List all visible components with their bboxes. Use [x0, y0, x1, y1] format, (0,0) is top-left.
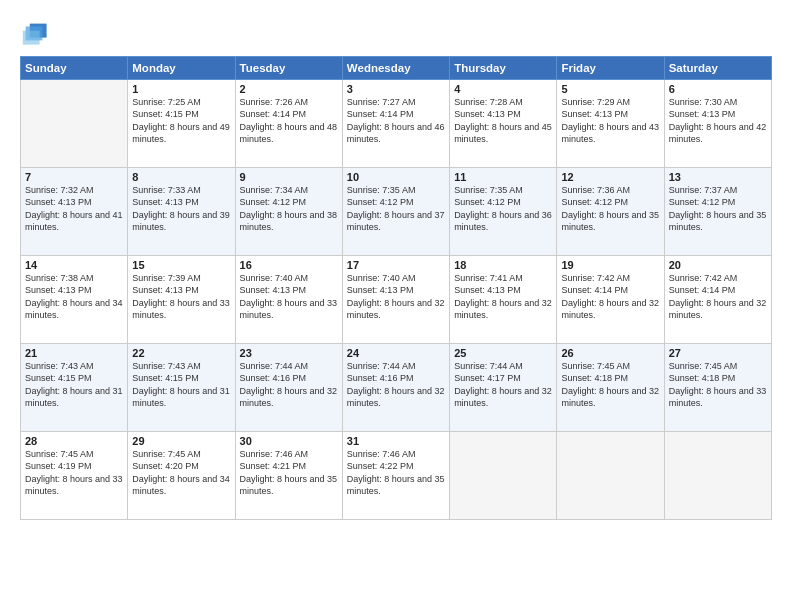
daylight-label: Daylight: 8 hours and 45 minutes. — [454, 122, 552, 144]
table-row: 9Sunrise: 7:34 AMSunset: 4:12 PMDaylight… — [235, 168, 342, 256]
table-row: 15Sunrise: 7:39 AMSunset: 4:13 PMDayligh… — [128, 256, 235, 344]
day-number: 28 — [25, 435, 123, 447]
day-number: 7 — [25, 171, 123, 183]
day-number: 19 — [561, 259, 659, 271]
sunset-label: Sunset: 4:18 PM — [561, 373, 628, 383]
sunrise-label: Sunrise: 7:42 AM — [669, 273, 738, 283]
day-number: 8 — [132, 171, 230, 183]
daylight-label: Daylight: 8 hours and 35 minutes. — [240, 474, 338, 496]
sunset-label: Sunset: 4:13 PM — [347, 285, 414, 295]
day-info: Sunrise: 7:46 AMSunset: 4:21 PMDaylight:… — [240, 448, 338, 498]
daylight-label: Daylight: 8 hours and 32 minutes. — [669, 298, 767, 320]
day-number: 26 — [561, 347, 659, 359]
sunrise-label: Sunrise: 7:32 AM — [25, 185, 94, 195]
page: Sunday Monday Tuesday Wednesday Thursday… — [0, 0, 792, 612]
sunset-label: Sunset: 4:15 PM — [132, 109, 199, 119]
day-info: Sunrise: 7:35 AMSunset: 4:12 PMDaylight:… — [347, 184, 445, 234]
day-info: Sunrise: 7:38 AMSunset: 4:13 PMDaylight:… — [25, 272, 123, 322]
day-info: Sunrise: 7:34 AMSunset: 4:12 PMDaylight:… — [240, 184, 338, 234]
table-row: 30Sunrise: 7:46 AMSunset: 4:21 PMDayligh… — [235, 432, 342, 520]
sunrise-label: Sunrise: 7:27 AM — [347, 97, 416, 107]
day-number: 2 — [240, 83, 338, 95]
sunset-label: Sunset: 4:13 PM — [25, 285, 92, 295]
daylight-label: Daylight: 8 hours and 35 minutes. — [669, 210, 767, 232]
day-number: 16 — [240, 259, 338, 271]
sunset-label: Sunset: 4:13 PM — [561, 109, 628, 119]
daylight-label: Daylight: 8 hours and 33 minutes. — [132, 298, 230, 320]
sunrise-label: Sunrise: 7:25 AM — [132, 97, 201, 107]
sunrise-label: Sunrise: 7:29 AM — [561, 97, 630, 107]
sunrise-label: Sunrise: 7:45 AM — [25, 449, 94, 459]
day-info: Sunrise: 7:27 AMSunset: 4:14 PMDaylight:… — [347, 96, 445, 146]
day-info: Sunrise: 7:43 AMSunset: 4:15 PMDaylight:… — [132, 360, 230, 410]
day-info: Sunrise: 7:36 AMSunset: 4:12 PMDaylight:… — [561, 184, 659, 234]
day-number: 23 — [240, 347, 338, 359]
daylight-label: Daylight: 8 hours and 43 minutes. — [561, 122, 659, 144]
col-friday: Friday — [557, 57, 664, 80]
table-row: 16Sunrise: 7:40 AMSunset: 4:13 PMDayligh… — [235, 256, 342, 344]
day-info: Sunrise: 7:40 AMSunset: 4:13 PMDaylight:… — [240, 272, 338, 322]
table-row — [21, 80, 128, 168]
table-row: 10Sunrise: 7:35 AMSunset: 4:12 PMDayligh… — [342, 168, 449, 256]
sunrise-label: Sunrise: 7:40 AM — [347, 273, 416, 283]
sunset-label: Sunset: 4:12 PM — [347, 197, 414, 207]
sunrise-label: Sunrise: 7:30 AM — [669, 97, 738, 107]
daylight-label: Daylight: 8 hours and 48 minutes. — [240, 122, 338, 144]
table-row: 7Sunrise: 7:32 AMSunset: 4:13 PMDaylight… — [21, 168, 128, 256]
day-info: Sunrise: 7:43 AMSunset: 4:15 PMDaylight:… — [25, 360, 123, 410]
daylight-label: Daylight: 8 hours and 42 minutes. — [669, 122, 767, 144]
daylight-label: Daylight: 8 hours and 39 minutes. — [132, 210, 230, 232]
table-row: 11Sunrise: 7:35 AMSunset: 4:12 PMDayligh… — [450, 168, 557, 256]
table-row: 31Sunrise: 7:46 AMSunset: 4:22 PMDayligh… — [342, 432, 449, 520]
day-number: 17 — [347, 259, 445, 271]
table-row — [557, 432, 664, 520]
logo-icon — [20, 18, 48, 46]
sunset-label: Sunset: 4:16 PM — [347, 373, 414, 383]
table-row: 20Sunrise: 7:42 AMSunset: 4:14 PMDayligh… — [664, 256, 771, 344]
day-number: 31 — [347, 435, 445, 447]
day-number: 10 — [347, 171, 445, 183]
sunrise-label: Sunrise: 7:40 AM — [240, 273, 309, 283]
day-info: Sunrise: 7:45 AMSunset: 4:18 PMDaylight:… — [561, 360, 659, 410]
sunset-label: Sunset: 4:13 PM — [25, 197, 92, 207]
sunrise-label: Sunrise: 7:44 AM — [454, 361, 523, 371]
table-row: 25Sunrise: 7:44 AMSunset: 4:17 PMDayligh… — [450, 344, 557, 432]
sunset-label: Sunset: 4:13 PM — [669, 109, 736, 119]
table-row: 24Sunrise: 7:44 AMSunset: 4:16 PMDayligh… — [342, 344, 449, 432]
day-number: 11 — [454, 171, 552, 183]
day-number: 9 — [240, 171, 338, 183]
day-number: 12 — [561, 171, 659, 183]
calendar-week-row: 14Sunrise: 7:38 AMSunset: 4:13 PMDayligh… — [21, 256, 772, 344]
day-number: 13 — [669, 171, 767, 183]
table-row: 28Sunrise: 7:45 AMSunset: 4:19 PMDayligh… — [21, 432, 128, 520]
day-info: Sunrise: 7:45 AMSunset: 4:18 PMDaylight:… — [669, 360, 767, 410]
daylight-label: Daylight: 8 hours and 32 minutes. — [347, 386, 445, 408]
table-row: 1Sunrise: 7:25 AMSunset: 4:15 PMDaylight… — [128, 80, 235, 168]
day-number: 27 — [669, 347, 767, 359]
sunset-label: Sunset: 4:12 PM — [669, 197, 736, 207]
day-number: 3 — [347, 83, 445, 95]
day-info: Sunrise: 7:28 AMSunset: 4:13 PMDaylight:… — [454, 96, 552, 146]
day-info: Sunrise: 7:26 AMSunset: 4:14 PMDaylight:… — [240, 96, 338, 146]
day-number: 20 — [669, 259, 767, 271]
table-row: 22Sunrise: 7:43 AMSunset: 4:15 PMDayligh… — [128, 344, 235, 432]
table-row: 8Sunrise: 7:33 AMSunset: 4:13 PMDaylight… — [128, 168, 235, 256]
day-number: 24 — [347, 347, 445, 359]
sunrise-label: Sunrise: 7:46 AM — [240, 449, 309, 459]
daylight-label: Daylight: 8 hours and 37 minutes. — [347, 210, 445, 232]
day-info: Sunrise: 7:45 AMSunset: 4:19 PMDaylight:… — [25, 448, 123, 498]
sunset-label: Sunset: 4:13 PM — [240, 285, 307, 295]
daylight-label: Daylight: 8 hours and 32 minutes. — [347, 298, 445, 320]
sunrise-label: Sunrise: 7:38 AM — [25, 273, 94, 283]
daylight-label: Daylight: 8 hours and 36 minutes. — [454, 210, 552, 232]
calendar-header-row: Sunday Monday Tuesday Wednesday Thursday… — [21, 57, 772, 80]
sunset-label: Sunset: 4:18 PM — [669, 373, 736, 383]
day-info: Sunrise: 7:46 AMSunset: 4:22 PMDaylight:… — [347, 448, 445, 498]
daylight-label: Daylight: 8 hours and 32 minutes. — [454, 298, 552, 320]
day-info: Sunrise: 7:42 AMSunset: 4:14 PMDaylight:… — [669, 272, 767, 322]
day-info: Sunrise: 7:33 AMSunset: 4:13 PMDaylight:… — [132, 184, 230, 234]
table-row: 14Sunrise: 7:38 AMSunset: 4:13 PMDayligh… — [21, 256, 128, 344]
sunset-label: Sunset: 4:15 PM — [132, 373, 199, 383]
sunset-label: Sunset: 4:13 PM — [454, 109, 521, 119]
sunrise-label: Sunrise: 7:43 AM — [132, 361, 201, 371]
